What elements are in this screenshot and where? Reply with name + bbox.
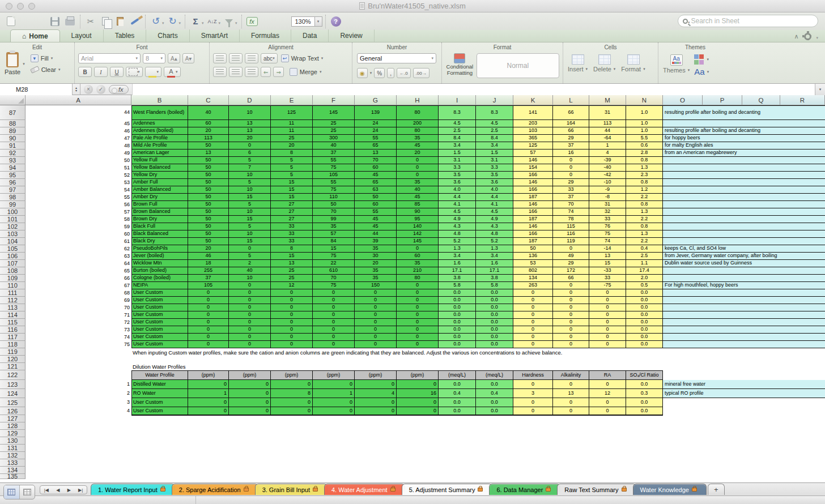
paste-ribbon-button[interactable]: Paste	[5, 52, 20, 75]
cell[interactable]: 0	[553, 164, 589, 172]
last-sheet-button[interactable]: ▶|	[78, 488, 83, 493]
cell[interactable]: 30	[355, 253, 397, 260]
cell[interactable]: 0	[229, 282, 271, 289]
cell[interactable]: 5.2	[476, 238, 513, 245]
row-header-130[interactable]: 130	[0, 437, 25, 445]
cell[interactable]: 0.8	[626, 179, 663, 186]
next-sheet-button[interactable]: ▶	[67, 488, 71, 493]
cell[interactable]: 4.0	[476, 186, 513, 194]
cell[interactable]: 0	[589, 297, 626, 304]
cell[interactable]: 0	[271, 289, 313, 297]
merge-button[interactable]: Merge▾	[290, 68, 322, 76]
cell[interactable]: 50	[188, 201, 229, 208]
cell[interactable]: 0	[313, 289, 355, 297]
cell[interactable]: 1.1	[626, 260, 663, 267]
cell[interactable]: 0	[313, 319, 355, 326]
cell[interactable]: 4.9	[439, 216, 476, 223]
cell[interactable]: 0.4	[476, 389, 513, 398]
cut-button[interactable]: ✂	[83, 14, 98, 29]
cell[interactable]: 0	[397, 297, 439, 304]
cell[interactable]: 0	[589, 326, 626, 334]
cell[interactable]: 4.5	[476, 208, 513, 216]
page-layout-view-button[interactable]	[20, 485, 35, 499]
cell[interactable]: 0	[589, 407, 626, 415]
cell[interactable]: 45	[397, 142, 439, 150]
cell[interactable]: 4	[355, 389, 397, 398]
cell[interactable]: 17.1	[439, 267, 476, 275]
cell[interactable]: 139	[355, 105, 397, 120]
cell[interactable]: 115	[553, 223, 589, 230]
cell[interactable]: 15	[229, 238, 271, 245]
ribbon-tab-data[interactable]: Data	[291, 29, 329, 42]
cell[interactable]: 17.4	[626, 267, 663, 275]
cell[interactable]: 70	[313, 275, 355, 282]
cell[interactable]: 0	[355, 341, 397, 348]
dilution-header-cell[interactable]: Alkalinity	[553, 370, 589, 380]
row-header-89[interactable]: 89	[0, 127, 25, 135]
cell[interactable]: Ardennes (boiled)	[131, 127, 188, 135]
cell[interactable]: 0.5	[626, 282, 663, 289]
cell[interactable]: User Custom	[131, 341, 188, 348]
cell[interactable]: 8.3	[476, 105, 513, 120]
cell[interactable]: 71	[25, 311, 131, 319]
cell[interactable]: 0.0	[439, 289, 476, 297]
cell[interactable]: 5.5	[626, 135, 663, 142]
cell[interactable]: 10	[229, 275, 271, 282]
cell[interactable]: 3.3	[439, 164, 476, 172]
row-header-119[interactable]: 119	[0, 348, 25, 356]
cell[interactable]: 110	[313, 194, 355, 201]
cell[interactable]: 145	[313, 105, 355, 120]
cell[interactable]: 0.6	[626, 142, 663, 150]
name-box-stepper[interactable]: ▴▾	[73, 84, 80, 95]
cell[interactable]: 0.0	[439, 319, 476, 326]
cell[interactable]: 0	[589, 319, 626, 326]
sheet-tab-2-sparge-acidification[interactable]: 2. Sparge Acidification	[172, 484, 258, 495]
cell[interactable]: 0	[188, 297, 229, 304]
cell[interactable]: 0	[355, 398, 397, 407]
cell[interactable]: 66	[553, 127, 589, 135]
cell[interactable]: 58	[25, 216, 131, 223]
cell[interactable]: Yellow Dry	[131, 172, 188, 179]
row-header-110[interactable]: 110	[0, 282, 25, 289]
row-header-92[interactable]: 92	[0, 150, 25, 157]
cell[interactable]: 13	[188, 150, 229, 157]
cell[interactable]: 44	[25, 105, 131, 120]
cell[interactable]: 4.3	[476, 223, 513, 230]
paste-dropdown[interactable]: ▾	[23, 62, 25, 66]
cell[interactable]: 50	[188, 208, 229, 216]
row-header-104[interactable]: 104	[0, 238, 25, 245]
align-center-button[interactable]	[229, 67, 243, 77]
cell[interactable]: 146	[513, 157, 553, 164]
cell[interactable]: 4	[25, 407, 131, 415]
cell[interactable]: 15	[229, 194, 271, 201]
cell[interactable]	[663, 289, 825, 297]
cell[interactable]: 166	[513, 186, 553, 194]
row-header-121[interactable]: 121	[0, 363, 25, 370]
cell[interactable]: Brown Dry	[131, 216, 188, 223]
cell[interactable]: 50	[188, 238, 229, 245]
cell[interactable]: -64	[589, 135, 626, 142]
cell[interactable]: 1.3	[626, 208, 663, 216]
cell[interactable]: 0.0	[476, 297, 513, 304]
cell[interactable]: 0	[313, 311, 355, 319]
cell[interactable]: -9	[589, 186, 626, 194]
cell[interactable]	[663, 334, 825, 341]
align-bottom-button[interactable]	[245, 53, 258, 63]
cell[interactable]: 35	[355, 245, 397, 253]
cell[interactable]: 8	[271, 245, 313, 253]
row-header-128[interactable]: 128	[0, 422, 25, 430]
cell[interactable]: 8.4	[476, 135, 513, 142]
normal-view-button[interactable]	[4, 485, 20, 499]
sheet-tab-6-data-manager[interactable]: 6. Data Manager	[489, 484, 560, 495]
cell[interactable]: 3.4	[439, 142, 476, 150]
cell[interactable]: 25	[313, 127, 355, 135]
cell[interactable]: 60	[397, 253, 439, 260]
cell[interactable]: 0	[271, 334, 313, 341]
gear-icon[interactable]	[804, 33, 811, 40]
decrease-indent-button[interactable]: ⇐	[261, 67, 271, 77]
cell[interactable]: 65	[355, 142, 397, 150]
cell[interactable]: 8.4	[439, 135, 476, 142]
cell[interactable]: 0	[553, 334, 589, 341]
help-button[interactable]: ?	[329, 14, 343, 29]
cell[interactable]: 15	[271, 186, 313, 194]
